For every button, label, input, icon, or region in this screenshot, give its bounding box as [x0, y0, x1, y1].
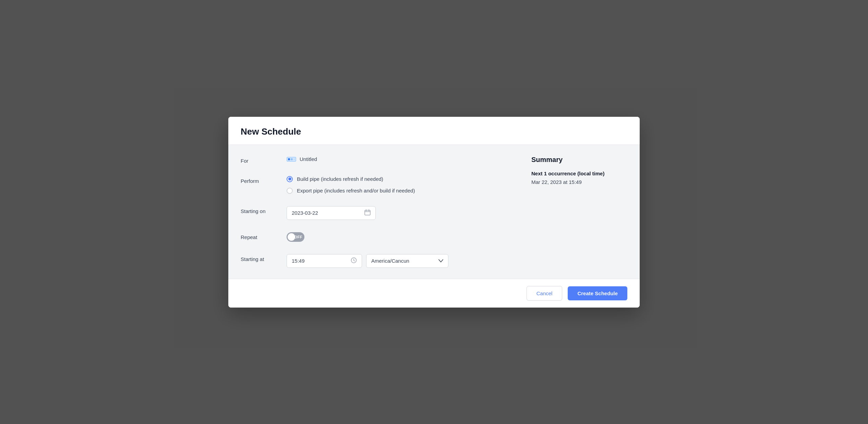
perform-label: Perform	[241, 176, 278, 184]
starting-on-row: Starting on 2023-03-22	[241, 206, 504, 220]
time-input-text: 15:49	[292, 258, 305, 264]
svg-rect-4	[365, 210, 370, 215]
modal-title: New Schedule	[241, 126, 627, 137]
toggle-label: OFF	[294, 235, 303, 239]
clock-icon	[351, 257, 357, 265]
svg-rect-3	[293, 158, 295, 160]
modal-footer: Cancel Create Schedule	[228, 279, 640, 308]
svg-rect-1	[288, 158, 290, 160]
form-section: For Untitled	[241, 156, 504, 268]
modal-body: For Untitled	[228, 145, 640, 279]
timezone-select[interactable]: America/Cancun	[366, 254, 448, 268]
starting-on-label: Starting on	[241, 206, 278, 214]
create-schedule-button[interactable]: Create Schedule	[568, 286, 627, 300]
summary-title: Summary	[531, 156, 627, 164]
date-input-text: 2023-03-22	[292, 210, 318, 216]
for-control: Untitled	[287, 156, 504, 163]
pipeline-icon	[287, 156, 296, 163]
svg-line-10	[354, 260, 355, 261]
cancel-button[interactable]: Cancel	[527, 286, 563, 301]
for-value-display: Untitled	[287, 156, 504, 163]
for-label: For	[241, 156, 278, 164]
repeat-toggle[interactable]: OFF	[287, 232, 304, 242]
radio-export-input[interactable]	[287, 188, 293, 194]
for-row: For Untitled	[241, 156, 504, 164]
starting-on-control: 2023-03-22	[287, 206, 504, 220]
repeat-label: Repeat	[241, 232, 278, 240]
repeat-control: OFF	[287, 232, 504, 242]
calendar-icon	[364, 209, 371, 217]
radio-export-label: Export pipe (includes refresh and/or bui…	[297, 188, 415, 194]
radio-build-label: Build pipe (includes refresh if needed)	[297, 176, 383, 182]
chevron-down-icon	[438, 258, 443, 264]
for-value-text: Untitled	[300, 156, 317, 162]
modal-overlay: New Schedule For	[0, 0, 868, 424]
radio-build[interactable]: Build pipe (includes refresh if needed)	[287, 176, 504, 182]
summary-occurrence-date: Mar 22, 2023 at 15:49	[531, 179, 627, 185]
svg-rect-2	[291, 158, 293, 160]
summary-section: Summary Next 1 occurrence (local time) M…	[518, 156, 627, 268]
starting-at-control: 15:49 America/Cancu	[287, 254, 504, 268]
timezone-text: America/Cancun	[371, 258, 409, 264]
radio-export[interactable]: Export pipe (includes refresh and/or bui…	[287, 188, 504, 194]
starting-at-row: Starting at 15:49	[241, 254, 504, 268]
date-input[interactable]: 2023-03-22	[287, 206, 376, 220]
perform-row: Perform Build pipe (includes refresh if …	[241, 176, 504, 194]
repeat-row: Repeat OFF	[241, 232, 504, 242]
modal-header: New Schedule	[228, 117, 640, 145]
summary-occurrence-label: Next 1 occurrence (local time)	[531, 171, 627, 176]
starting-at-label: Starting at	[241, 254, 278, 262]
radio-build-input[interactable]	[287, 176, 293, 182]
time-timezone-row: 15:49 America/Cancu	[287, 254, 504, 268]
perform-options: Build pipe (includes refresh if needed) …	[287, 176, 504, 194]
new-schedule-modal: New Schedule For	[228, 117, 640, 308]
time-input[interactable]: 15:49	[287, 254, 362, 268]
